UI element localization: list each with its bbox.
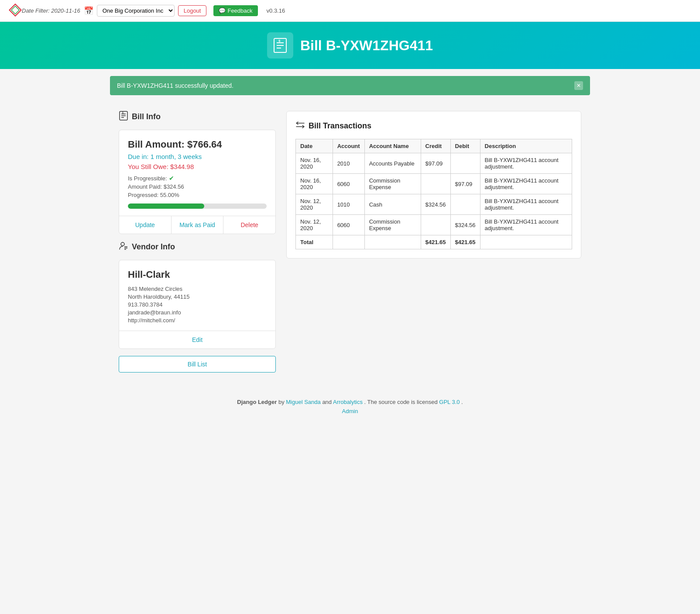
date-filter-label: Date Filter: 2020-11-16 (22, 7, 80, 14)
cell-debit: $97.09 (450, 174, 480, 194)
col-debit: Debit (450, 139, 480, 153)
navbar: Date Filter: 2020-11-16 📅 One Big Corpor… (0, 0, 700, 22)
svg-text:$: $ (278, 39, 281, 43)
cell-date: Nov. 12, 2020 (296, 215, 333, 235)
progress-bar-fill (128, 204, 204, 209)
page-header: $ Bill B-YXW1ZHG411 (0, 22, 700, 69)
left-column: $ Bill Info Bill Amount: $766.64 Due in:… (119, 111, 276, 373)
table-row: Nov. 16, 20206060Commission Expense$97.0… (296, 174, 572, 194)
you-still-owe: You Still Owe: $344.98 (128, 163, 267, 170)
footer-text: Django Ledger by Miguel Sanda and Arroba… (9, 399, 691, 405)
app-logo (9, 3, 22, 18)
company-select[interactable]: One Big Corporation Inc (97, 5, 175, 17)
delete-button[interactable]: Delete (223, 216, 275, 234)
is-progressible: Is Progressible: ✔ (128, 175, 267, 182)
vendor-name: Hill-Clark (128, 269, 267, 280)
footer-author2-link[interactable]: Arrobalytics (333, 399, 363, 405)
transactions-table: Date Account Account Name Credit Debit D… (295, 139, 572, 249)
col-credit: Credit (421, 139, 450, 153)
total-credit: $421.65 (421, 235, 450, 249)
vendor-website: http://mitchell.com/ (128, 317, 267, 324)
footer-license-link[interactable]: GPL 3.0 (439, 399, 460, 405)
cell-date: Nov. 16, 2020 (296, 153, 333, 174)
total-label: Total (296, 235, 333, 249)
cell-debit (450, 153, 480, 174)
cell-date: Nov. 12, 2020 (296, 194, 333, 215)
version-label: v0.3.16 (267, 7, 285, 14)
feedback-button[interactable]: 💬 Feedback (213, 5, 257, 16)
table-row: Nov. 12, 20201010Cash$324.56Bill B-YXW1Z… (296, 194, 572, 215)
cell-description: Bill B-YXW1ZHG411 account adjustment. (480, 174, 572, 194)
cell-account_name: Cash (364, 194, 421, 215)
transactions-icon (295, 120, 305, 132)
vendor-info-card: Hill-Clark 843 Melendez Circles North Ha… (119, 260, 276, 349)
footer-app-name: Django Ledger (237, 399, 277, 405)
footer-admin-link[interactable]: Admin (9, 408, 691, 414)
col-date: Date (296, 139, 333, 153)
vendor-icon (119, 241, 128, 253)
footer: Django Ledger by Miguel Sanda and Arroba… (0, 381, 700, 423)
col-description: Description (480, 139, 572, 153)
bill-icon: $ (267, 32, 293, 59)
mark-as-paid-button[interactable]: Mark as Paid (172, 216, 224, 234)
bill-info-card: Bill Amount: $766.64 Due in: 1 month, 3 … (119, 130, 276, 234)
vendor-edit-button[interactable]: Edit (119, 331, 275, 348)
cell-description: Bill B-YXW1ZHG411 account adjustment. (480, 215, 572, 235)
cell-account: 6060 (333, 174, 364, 194)
vendor-phone: 913.780.3784 (128, 301, 267, 308)
bill-info-title: Bill Info (132, 112, 161, 121)
cell-debit (450, 194, 480, 215)
page-title: Bill B-YXW1ZHG411 (300, 38, 433, 54)
navbar-center: Date Filter: 2020-11-16 📅 One Big Corpor… (22, 5, 285, 17)
alert-close-button[interactable]: ✕ (574, 81, 583, 90)
vendor-address-2: North Haroldbury, 44115 (128, 293, 267, 300)
bill-info-section: $ Bill Info Bill Amount: $766.64 Due in:… (119, 111, 276, 234)
vendor-info-section: Vendor Info Hill-Clark 843 Melendez Circ… (119, 241, 276, 373)
cell-credit (421, 215, 450, 235)
col-account-name: Account Name (364, 139, 421, 153)
vendor-address-1: 843 Melendez Circles (128, 286, 267, 292)
progressed: Progressed: 55.00% (128, 192, 267, 198)
cell-account: 2010 (333, 153, 364, 174)
cell-credit: $97.09 (421, 153, 450, 174)
bill-actions: Update Mark as Paid Delete (119, 216, 275, 234)
logout-button[interactable]: Logout (178, 5, 207, 16)
vendor-email: jandrade@braun.info (128, 309, 267, 316)
cell-account_name: Accounts Payable (364, 153, 421, 174)
progress-bar-container (128, 204, 267, 209)
due-in: Due in: 1 month, 3 weeks (128, 153, 267, 160)
transactions-section: Bill Transactions Date Account Account N… (286, 111, 581, 259)
col-account: Account (333, 139, 364, 153)
bill-info-icon: $ (119, 111, 128, 123)
vendor-actions: Edit (119, 331, 275, 348)
main-content: $ Bill Info Bill Amount: $766.64 Due in:… (110, 102, 590, 381)
update-button[interactable]: Update (119, 216, 172, 234)
bill-info-header: $ Bill Info (119, 111, 276, 123)
table-row: Nov. 12, 20206060Commission Expense$324.… (296, 215, 572, 235)
comment-icon: 💬 (219, 7, 226, 14)
cell-date: Nov. 16, 2020 (296, 174, 333, 194)
transactions-title: Bill Transactions (309, 121, 371, 131)
cell-account_name: Commission Expense (364, 174, 421, 194)
alert-message: Bill B-YXW1ZHG411 successfully updated. (117, 82, 233, 89)
cell-account: 1010 (333, 194, 364, 215)
cell-debit: $324.56 (450, 215, 480, 235)
vendor-info-title: Vendor Info (132, 242, 175, 252)
success-alert: Bill B-YXW1ZHG411 successfully updated. … (110, 76, 590, 95)
calendar-icon-btn[interactable]: 📅 (84, 6, 93, 16)
vendor-info-header: Vendor Info (119, 241, 276, 253)
cell-credit: $324.56 (421, 194, 450, 215)
svg-point-12 (121, 242, 124, 246)
transactions-header: Bill Transactions (295, 120, 572, 132)
table-row: Nov. 16, 20202010Accounts Payable$97.09B… (296, 153, 572, 174)
bill-list-button[interactable]: Bill List (119, 356, 276, 373)
cell-description: Bill B-YXW1ZHG411 account adjustment. (480, 153, 572, 174)
footer-author1-link[interactable]: Miguel Sanda (286, 399, 321, 405)
cell-account_name: Commission Expense (364, 215, 421, 235)
check-icon: ✔ (169, 175, 174, 182)
table-header-row: Date Account Account Name Credit Debit D… (296, 139, 572, 153)
cell-description: Bill B-YXW1ZHG411 account adjustment. (480, 194, 572, 215)
svg-text:$: $ (122, 111, 124, 114)
total-row: Total $421.65 $421.65 (296, 235, 572, 249)
total-debit: $421.65 (450, 235, 480, 249)
